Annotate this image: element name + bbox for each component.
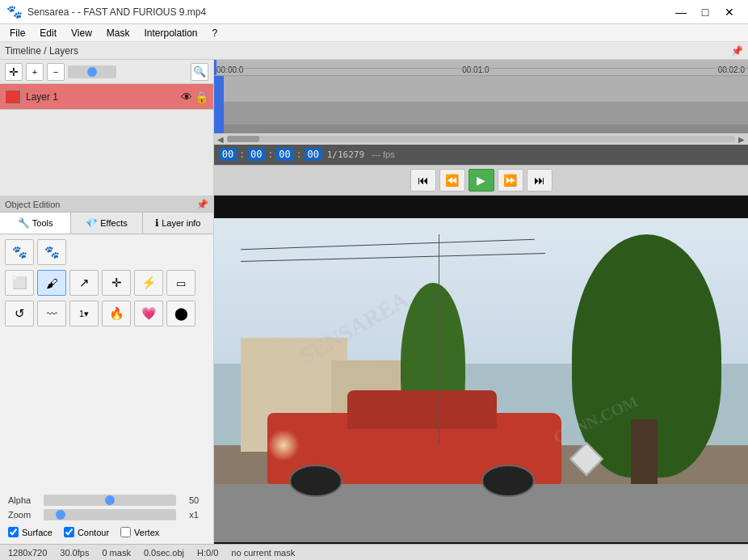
magic-tool[interactable]: ⚡ — [134, 270, 163, 296]
number-tool[interactable]: 1▾ — [69, 301, 99, 326]
tree-trunk — [631, 419, 658, 484]
scroll-thumb[interactable] — [227, 136, 259, 142]
skip-start-button[interactable]: ⏮ — [410, 169, 436, 192]
status-bar: 1280x720 30.0fps 0 mask 0.0sec.obj H:0/0… — [0, 544, 748, 560]
light-flare — [267, 429, 300, 461]
timeline-toolbar: ✛ + − 🔍 — [0, 60, 213, 84]
menu-view[interactable]: View — [65, 26, 99, 40]
prev-frame-button[interactable]: ⏪ — [439, 169, 465, 192]
menu-interpolation[interactable]: Interpolation — [138, 26, 204, 40]
zoom-slider[interactable] — [44, 509, 176, 520]
paw-tool-2[interactable]: 🐾 — [37, 239, 66, 265]
car-roof — [347, 390, 497, 429]
timecode-fps-display: --- — [372, 149, 380, 159]
electric-pole — [439, 234, 439, 445]
obj-edition-header: Object Edition 📌 — [0, 196, 213, 213]
title-bar: 🐾 Sensarea - - FAST AND FURIOUS 9.mp4 — … — [0, 0, 748, 24]
status-mask: 0 mask — [102, 548, 130, 558]
timeline-header-pin[interactable]: 📌 — [731, 45, 743, 57]
layer-blank — [0, 110, 213, 175]
surface-checkbox-label[interactable]: Surface — [8, 527, 53, 537]
wave-tool[interactable]: 〰 — [37, 301, 66, 326]
layer-row[interactable]: Layer 1 👁 🔒 — [0, 84, 213, 110]
playback-controls: ⏮ ⏪ ▶ ⏩ ⏭ — [214, 165, 748, 196]
scroll-left-arrow[interactable]: ◀ — [216, 135, 225, 144]
zoom-out-button[interactable]: − — [47, 63, 65, 81]
timeline-ruler-area: 00:00:0 00:01:0 00:02:0 — [214, 60, 748, 165]
heart-tool[interactable]: 💗 — [134, 301, 163, 326]
alpha-slider-row: Alpha 50 — [8, 495, 205, 506]
timeline-scrollbar[interactable]: ◀ ▶ — [214, 133, 748, 145]
timecode-hours[interactable] — [219, 148, 237, 161]
menu-file[interactable]: File — [3, 26, 32, 40]
circle-tool[interactable]: ⬤ — [166, 301, 195, 326]
status-ratio: H:0/0 — [197, 548, 218, 558]
surface-label: Surface — [22, 528, 53, 537]
scroll-right-arrow[interactable]: ▶ — [737, 135, 746, 144]
timecode-minutes[interactable] — [247, 148, 265, 161]
contour-checkbox[interactable] — [64, 527, 74, 537]
menu-edit[interactable]: Edit — [33, 26, 63, 40]
tab-effects[interactable]: 💎 Effects — [71, 213, 142, 234]
timeline-layer-bar — [214, 76, 224, 133]
layer-lock-icon[interactable]: 🔒 — [195, 91, 208, 103]
menu-bar: File Edit View Mask Interpolation ? — [0, 24, 748, 42]
paw-tool-1[interactable]: 🐾 — [5, 239, 34, 265]
timecode-seconds[interactable] — [275, 148, 293, 161]
status-time: 0.0sec.obj — [144, 548, 184, 558]
checkboxes-area: Surface Contour Vertex — [0, 527, 213, 544]
menu-mask[interactable]: Mask — [100, 26, 137, 40]
tools-row-1: 🐾 🐾 — [5, 239, 208, 265]
timeline-track — [224, 76, 748, 102]
timecode-frames[interactable] — [305, 148, 322, 161]
window-title: Sensarea - - FAST AND FURIOUS 9.mp4 — [27, 6, 206, 18]
tab-tools[interactable]: 🔧 Tools — [0, 213, 71, 234]
app-icon: 🐾 — [6, 4, 23, 19]
maximize-button[interactable]: □ — [693, 0, 717, 24]
ruler-label-2: 00:02:0 — [718, 65, 745, 74]
surface-checkbox[interactable] — [8, 527, 19, 537]
zoom-value: x1 — [183, 510, 205, 520]
tab-layerinfo[interactable]: ℹ Layer info — [143, 213, 213, 234]
close-button[interactable]: ✕ — [717, 0, 742, 24]
zoom-fit-button[interactable]: 🔍 — [191, 63, 208, 81]
tools-tab-icon: 🔧 — [18, 217, 30, 229]
layerinfo-tab-icon: ℹ — [155, 217, 159, 229]
crop-tool[interactable]: ▭ — [166, 270, 195, 296]
obj-tabs: 🔧 Tools 💎 Effects ℹ Layer info — [0, 213, 213, 234]
next-frame-button[interactable]: ⏩ — [498, 169, 523, 192]
menu-help[interactable]: ? — [206, 26, 225, 40]
contour-checkbox-label[interactable]: Contour — [64, 527, 109, 537]
skip-end-button[interactable]: ⏭ — [527, 169, 553, 192]
alpha-label: Alpha — [8, 495, 37, 505]
contour-label: Contour — [78, 528, 109, 537]
vertex-label: Vertex — [134, 528, 159, 537]
cursor-tool-button[interactable]: ✛ — [5, 63, 23, 81]
car-wheel-left — [289, 465, 342, 497]
layer-visible-icon[interactable]: 👁 — [181, 91, 192, 103]
zoom-in-button[interactable]: + — [26, 63, 44, 81]
vertex-checkbox[interactable] — [120, 527, 131, 537]
brush-tool[interactable]: 🖌 — [37, 270, 66, 296]
select-rect-tool[interactable]: ⬜ — [5, 270, 34, 296]
timeline-content-area[interactable] — [214, 76, 748, 133]
minimize-button[interactable]: — — [669, 0, 693, 24]
ruler-label-0: 00:00:0 — [216, 65, 243, 74]
fire-tool[interactable]: 🔥 — [102, 301, 131, 326]
timeline-zoom-slider[interactable] — [68, 65, 116, 78]
video-frame: SENSAREA CONN.COM — [214, 218, 748, 542]
car-wheel-right — [481, 465, 535, 497]
move-tool[interactable]: ✛ — [102, 270, 131, 296]
vertex-checkbox-label[interactable]: Vertex — [120, 527, 159, 537]
alpha-slider[interactable] — [44, 495, 176, 506]
play-button[interactable]: ▶ — [469, 169, 494, 192]
arrow-tool[interactable]: ↗ — [69, 270, 99, 296]
ruler-marks: 00:00:0 00:01:0 00:02:0 — [214, 60, 748, 76]
tools-row-2: ⬜ 🖌 ↗ ✛ ⚡ ▭ — [5, 270, 208, 296]
window-controls: — □ ✕ — [669, 0, 742, 24]
obj-edition-pin[interactable]: 📌 — [196, 199, 208, 210]
timeline-track-lower — [224, 102, 748, 124]
rotate-tool[interactable]: ↺ — [5, 301, 34, 326]
effects-tab-icon: 💎 — [86, 217, 98, 229]
sliders-area: Alpha 50 Zoom x1 — [0, 495, 213, 527]
